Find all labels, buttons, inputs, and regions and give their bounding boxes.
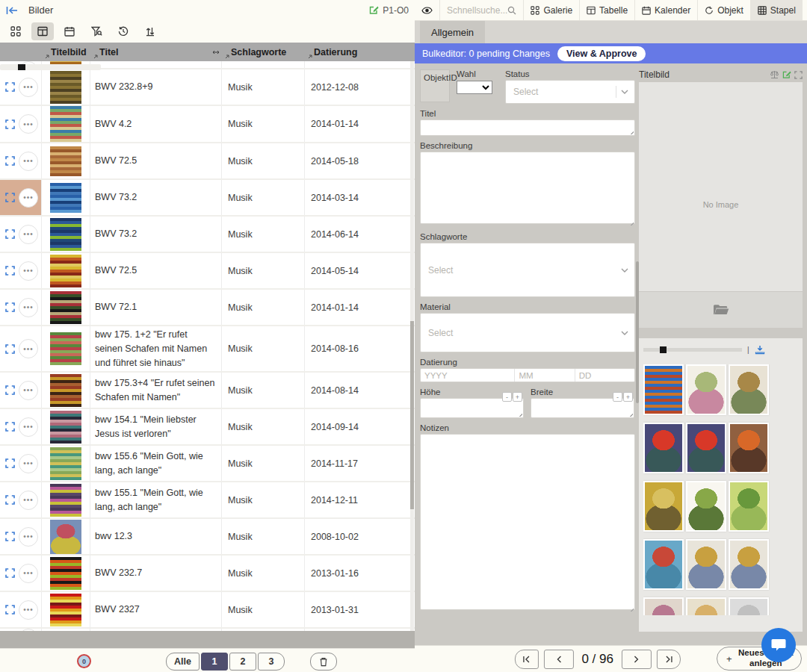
page-2-button[interactable]: 2 — [229, 653, 256, 671]
column-header-datierung[interactable]: Datierung — [304, 43, 406, 61]
expand-icon[interactable] — [5, 605, 15, 615]
collapse-back-icon[interactable] — [6, 6, 18, 15]
row-thumbnail[interactable] — [41, 143, 90, 178]
beschreibung-textarea[interactable] — [420, 152, 635, 224]
row-menu-button[interactable]: ••• — [19, 454, 38, 473]
page-3-button[interactable]: 3 — [258, 653, 285, 671]
preview-eye-icon[interactable] — [415, 0, 439, 20]
grid-thumbnail[interactable] — [643, 597, 684, 615]
row-menu-button[interactable]: ••• — [19, 188, 38, 208]
nav-tabelle[interactable]: Tabelle — [579, 0, 634, 20]
expand-icon[interactable] — [5, 156, 15, 166]
delete-button[interactable] — [310, 653, 337, 671]
nav-kalender[interactable]: Kalender — [634, 0, 697, 20]
grid-thumbnail[interactable] — [729, 539, 769, 590]
grid-thumbnail[interactable] — [686, 597, 726, 615]
row-thumbnail[interactable] — [41, 69, 90, 105]
row-thumbnail[interactable] — [41, 592, 90, 627]
column-resize-icon[interactable] — [212, 49, 220, 55]
row-thumbnail[interactable] — [41, 217, 90, 252]
grid-thumbnail[interactable] — [729, 481, 769, 532]
grid-thumbnail[interactable] — [729, 597, 769, 615]
grid-thumbnail[interactable] — [686, 539, 726, 590]
fullscreen-icon[interactable] — [794, 71, 803, 79]
month-input[interactable]: MM — [514, 369, 574, 382]
last-record-button[interactable] — [657, 650, 681, 669]
row-thumbnail[interactable] — [41, 446, 90, 481]
grid-thumbnail[interactable] — [643, 539, 684, 590]
row-menu-button[interactable]: ••• — [19, 629, 38, 631]
edit-image-icon[interactable] — [782, 70, 791, 79]
calendar-view-icon[interactable] — [58, 22, 81, 40]
slider-knob[interactable] — [660, 346, 667, 353]
material-select[interactable]: Select — [420, 313, 635, 352]
row-thumbnail[interactable] — [41, 629, 90, 631]
grid-thumbnail[interactable] — [686, 423, 726, 473]
expand-icon[interactable] — [5, 532, 15, 541]
row-menu-button[interactable]: ••• — [19, 261, 38, 281]
grid-thumbnail[interactable] — [686, 364, 726, 415]
schlagworte-select[interactable]: Select — [420, 243, 635, 297]
column-header-schlagworte[interactable]: Schlagworte — [221, 43, 304, 61]
expand-icon[interactable] — [5, 229, 15, 239]
grid-thumbnail[interactable] — [686, 481, 726, 532]
titel-input[interactable] — [420, 119, 635, 136]
decrement-button[interactable]: - — [502, 392, 512, 402]
quick-search-field[interactable]: Schnellsuche... — [439, 0, 523, 20]
expand-icon[interactable] — [5, 385, 15, 395]
expand-icon[interactable] — [5, 458, 15, 468]
row-menu-button[interactable]: ••• — [19, 78, 38, 97]
display-mode-icon[interactable] — [803, 0, 807, 20]
thumbnail-size-slider[interactable] — [0, 64, 101, 70]
slider-knob[interactable] — [18, 64, 25, 70]
row-menu-button[interactable]: ••• — [19, 339, 38, 358]
expand-icon[interactable] — [5, 495, 15, 505]
image-dropzone[interactable] — [639, 292, 803, 328]
nav-stapel[interactable]: Stapel — [750, 0, 803, 20]
expand-icon[interactable] — [5, 119, 15, 129]
grid-thumbnail[interactable] — [643, 423, 684, 473]
grid-thumbnail[interactable] — [643, 481, 684, 532]
edit-icon[interactable] — [369, 5, 379, 15]
expand-icon[interactable] — [5, 422, 15, 432]
row-menu-button[interactable]: ••• — [19, 298, 38, 317]
table-view-icon[interactable] — [31, 22, 54, 40]
sort-icon[interactable] — [139, 22, 161, 40]
view-approve-button[interactable]: View & Approve — [557, 46, 646, 62]
increment-button[interactable]: + — [623, 392, 633, 402]
grid-thumbnail[interactable] — [643, 364, 684, 415]
row-thumbnail[interactable] — [41, 106, 90, 142]
next-record-button[interactable] — [622, 650, 652, 669]
status-select[interactable]: Select — [505, 80, 635, 104]
row-menu-button[interactable]: ••• — [19, 381, 38, 400]
scale-icon[interactable] — [770, 70, 779, 79]
expand-icon[interactable] — [5, 82, 15, 92]
row-thumbnail[interactable] — [41, 556, 90, 591]
row-thumbnail[interactable] — [41, 326, 90, 371]
nav-objekt[interactable]: Objekt — [697, 0, 750, 20]
row-menu-button[interactable]: ••• — [19, 564, 38, 583]
expand-icon[interactable] — [5, 193, 15, 202]
row-menu-button[interactable]: ••• — [19, 225, 38, 244]
row-menu-button[interactable]: ••• — [19, 491, 38, 510]
increment-button[interactable]: + — [513, 392, 522, 402]
row-menu-button[interactable]: ••• — [19, 417, 38, 437]
tab-allgemein[interactable]: Allgemein — [420, 21, 485, 43]
row-menu-button[interactable]: ••• — [19, 600, 38, 620]
previous-record-button[interactable] — [543, 650, 573, 669]
grid-thumbnail[interactable] — [729, 364, 769, 415]
row-menu-button[interactable]: ••• — [19, 527, 38, 547]
page-all-button[interactable]: Alle — [166, 653, 200, 671]
column-header-titelbild[interactable]: Titelbild — [41, 43, 90, 61]
page-1-button[interactable]: 1 — [201, 653, 228, 671]
row-thumbnail[interactable] — [41, 373, 90, 408]
column-header-titel[interactable]: Titel — [90, 43, 221, 61]
notizen-textarea[interactable] — [420, 434, 635, 610]
download-icon[interactable] — [755, 345, 765, 355]
grid-thumbnail[interactable] — [729, 423, 769, 473]
first-record-button[interactable] — [514, 650, 538, 669]
expand-icon[interactable] — [5, 568, 15, 578]
row-thumbnail[interactable] — [41, 253, 90, 288]
table-vertical-scrollbar[interactable] — [410, 61, 414, 631]
row-thumbnail[interactable] — [41, 290, 90, 325]
